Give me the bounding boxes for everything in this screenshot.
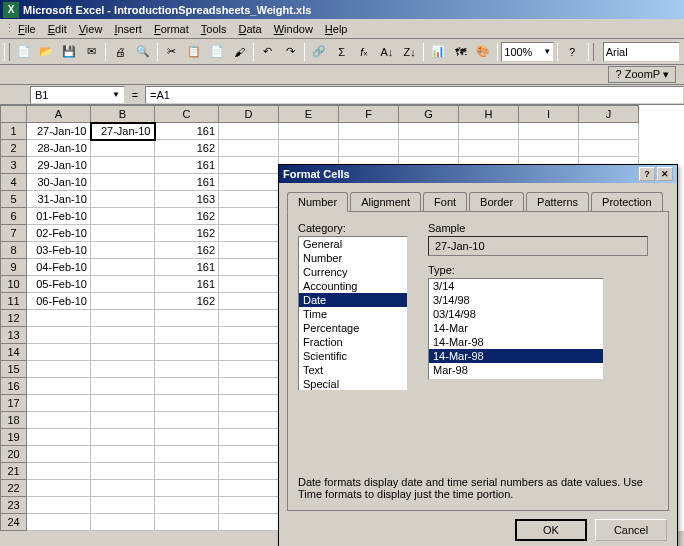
zoom-combo[interactable]: 100% ▼ <box>501 42 554 62</box>
row-header-20[interactable]: 20 <box>1 446 27 463</box>
menu-view[interactable]: View <box>73 21 109 37</box>
autosum-button[interactable]: Σ <box>331 41 353 63</box>
cell-D4[interactable] <box>219 174 279 191</box>
email-button[interactable]: ✉ <box>81 41 103 63</box>
cell-B2[interactable] <box>91 140 155 157</box>
cell-B5[interactable] <box>91 191 155 208</box>
font-combo[interactable]: Arial <box>603 42 680 62</box>
row-header-18[interactable]: 18 <box>1 412 27 429</box>
cell-A4[interactable]: 30-Jan-10 <box>27 174 91 191</box>
cell-B9[interactable] <box>91 259 155 276</box>
cell-B21[interactable] <box>91 463 155 480</box>
dialog-titlebar[interactable]: Format Cells ? ✕ <box>279 165 677 183</box>
cell-D21[interactable] <box>219 463 279 480</box>
open-button[interactable]: 📂 <box>35 41 57 63</box>
row-header-23[interactable]: 23 <box>1 497 27 514</box>
row-header-14[interactable]: 14 <box>1 344 27 361</box>
drawing-button[interactable]: 🎨 <box>473 41 495 63</box>
tab-number[interactable]: Number <box>287 192 348 212</box>
cell-D24[interactable] <box>219 514 279 531</box>
cell-C9[interactable]: 161 <box>155 259 219 276</box>
cell-B1[interactable]: 27-Jan-10 <box>91 123 155 140</box>
cell-J1[interactable] <box>579 123 639 140</box>
col-header-H[interactable]: H <box>459 106 519 123</box>
col-header-G[interactable]: G <box>399 106 459 123</box>
cell-C23[interactable] <box>155 497 219 514</box>
cut-button[interactable]: ✂ <box>161 41 183 63</box>
ok-button[interactable]: OK <box>515 519 587 541</box>
cell-B23[interactable] <box>91 497 155 514</box>
cell-H2[interactable] <box>459 140 519 157</box>
toolbar-grip[interactable] <box>4 43 10 61</box>
category-item-accounting[interactable]: Accounting <box>299 279 407 293</box>
cell-F1[interactable] <box>339 123 399 140</box>
category-item-currency[interactable]: Currency <box>299 265 407 279</box>
row-header-17[interactable]: 17 <box>1 395 27 412</box>
cell-C11[interactable]: 162 <box>155 293 219 310</box>
chart-button[interactable]: 📊 <box>427 41 449 63</box>
cell-D20[interactable] <box>219 446 279 463</box>
cell-D10[interactable] <box>219 276 279 293</box>
menu-insert[interactable]: Insert <box>108 21 148 37</box>
cell-A14[interactable] <box>27 344 91 361</box>
cell-D16[interactable] <box>219 378 279 395</box>
cell-A8[interactable]: 03-Feb-10 <box>27 242 91 259</box>
cell-D11[interactable] <box>219 293 279 310</box>
cell-A6[interactable]: 01-Feb-10 <box>27 208 91 225</box>
menu-tools[interactable]: Tools <box>195 21 233 37</box>
menu-help[interactable]: Help <box>319 21 354 37</box>
type-item[interactable]: 03/14/98 <box>429 307 603 321</box>
redo-button[interactable]: ↷ <box>280 41 302 63</box>
row-header-16[interactable]: 16 <box>1 378 27 395</box>
cell-B12[interactable] <box>91 310 155 327</box>
cell-B22[interactable] <box>91 480 155 497</box>
zoom-popup-button[interactable]: ? ZoomP ▾ <box>608 66 676 83</box>
cell-C6[interactable]: 162 <box>155 208 219 225</box>
menu-file[interactable]: File <box>12 21 42 37</box>
row-header-10[interactable]: 10 <box>1 276 27 293</box>
tab-patterns[interactable]: Patterns <box>526 192 589 212</box>
cell-C2[interactable]: 162 <box>155 140 219 157</box>
cell-A11[interactable]: 06-Feb-10 <box>27 293 91 310</box>
cell-H1[interactable] <box>459 123 519 140</box>
cell-C3[interactable]: 161 <box>155 157 219 174</box>
tab-border[interactable]: Border <box>469 192 524 212</box>
cell-C17[interactable] <box>155 395 219 412</box>
row-header-15[interactable]: 15 <box>1 361 27 378</box>
row-header-9[interactable]: 9 <box>1 259 27 276</box>
type-listbox[interactable]: 3/143/14/9803/14/9814-Mar14-Mar-9814-Mar… <box>428 278 604 380</box>
category-item-text[interactable]: Text <box>299 363 407 377</box>
cell-D15[interactable] <box>219 361 279 378</box>
menu-edit[interactable]: Edit <box>42 21 73 37</box>
row-header-4[interactable]: 4 <box>1 174 27 191</box>
type-item[interactable]: 14-Mar <box>429 321 603 335</box>
type-item[interactable]: Mar-98 <box>429 363 603 377</box>
sort-desc-button[interactable]: Z↓ <box>399 41 421 63</box>
cell-C8[interactable]: 162 <box>155 242 219 259</box>
cell-C18[interactable] <box>155 412 219 429</box>
cell-D8[interactable] <box>219 242 279 259</box>
cell-B6[interactable] <box>91 208 155 225</box>
row-header-2[interactable]: 2 <box>1 140 27 157</box>
name-box[interactable]: B1 ▼ <box>30 86 125 104</box>
category-item-scientific[interactable]: Scientific <box>299 349 407 363</box>
row-header-13[interactable]: 13 <box>1 327 27 344</box>
cell-B4[interactable] <box>91 174 155 191</box>
cell-G1[interactable] <box>399 123 459 140</box>
cell-A15[interactable] <box>27 361 91 378</box>
cell-C20[interactable] <box>155 446 219 463</box>
cell-C10[interactable]: 161 <box>155 276 219 293</box>
cell-B19[interactable] <box>91 429 155 446</box>
category-item-general[interactable]: General <box>299 237 407 251</box>
cell-B7[interactable] <box>91 225 155 242</box>
select-all-corner[interactable] <box>1 106 27 123</box>
cell-C4[interactable]: 161 <box>155 174 219 191</box>
cell-A23[interactable] <box>27 497 91 514</box>
sort-asc-button[interactable]: A↓ <box>376 41 398 63</box>
copy-button[interactable]: 📋 <box>183 41 205 63</box>
tab-font[interactable]: Font <box>423 192 467 212</box>
row-header-21[interactable]: 21 <box>1 463 27 480</box>
cell-D18[interactable] <box>219 412 279 429</box>
hyperlink-button[interactable]: 🔗 <box>308 41 330 63</box>
cell-D5[interactable] <box>219 191 279 208</box>
